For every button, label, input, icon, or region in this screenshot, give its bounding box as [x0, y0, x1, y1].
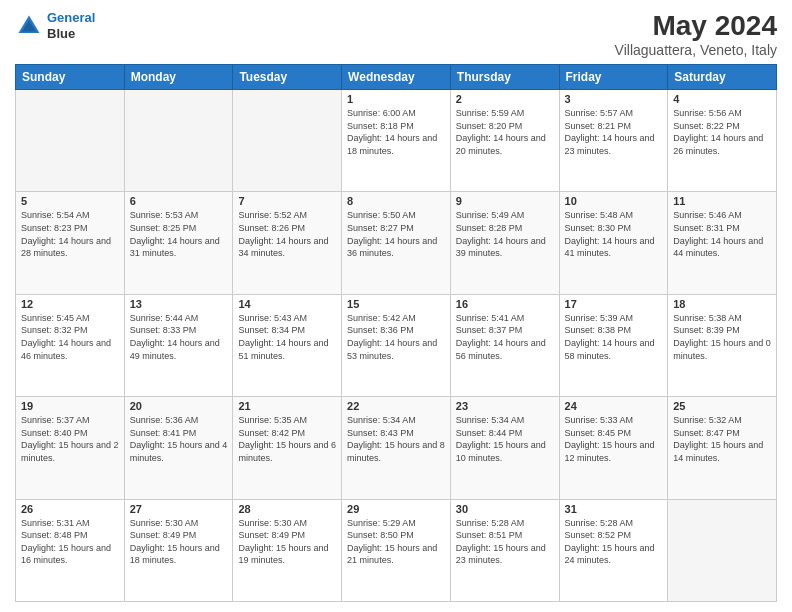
calendar-day-cell: 23 Sunrise: 5:34 AMSunset: 8:44 PMDaylig… — [450, 397, 559, 499]
title-area: May 2024 Villaguattera, Veneto, Italy — [615, 10, 777, 58]
calendar-day-cell: 29 Sunrise: 5:29 AMSunset: 8:50 PMDaylig… — [342, 499, 451, 601]
calendar-day-cell: 26 Sunrise: 5:31 AMSunset: 8:48 PMDaylig… — [16, 499, 125, 601]
day-info: Sunrise: 5:34 AMSunset: 8:44 PMDaylight:… — [456, 414, 554, 464]
day-number: 24 — [565, 400, 663, 412]
calendar-header-cell: Friday — [559, 65, 668, 90]
calendar-day-cell — [233, 90, 342, 192]
day-info: Sunrise: 5:52 AMSunset: 8:26 PMDaylight:… — [238, 209, 336, 259]
calendar-day-cell: 30 Sunrise: 5:28 AMSunset: 8:51 PMDaylig… — [450, 499, 559, 601]
day-info: Sunrise: 5:36 AMSunset: 8:41 PMDaylight:… — [130, 414, 228, 464]
calendar-day-cell — [668, 499, 777, 601]
calendar-day-cell: 12 Sunrise: 5:45 AMSunset: 8:32 PMDaylig… — [16, 294, 125, 396]
calendar-day-cell — [16, 90, 125, 192]
day-info: Sunrise: 5:32 AMSunset: 8:47 PMDaylight:… — [673, 414, 771, 464]
calendar-day-cell: 5 Sunrise: 5:54 AMSunset: 8:23 PMDayligh… — [16, 192, 125, 294]
calendar-day-cell: 18 Sunrise: 5:38 AMSunset: 8:39 PMDaylig… — [668, 294, 777, 396]
day-info: Sunrise: 5:56 AMSunset: 8:22 PMDaylight:… — [673, 107, 771, 157]
day-info: Sunrise: 5:48 AMSunset: 8:30 PMDaylight:… — [565, 209, 663, 259]
calendar-body: 1 Sunrise: 6:00 AMSunset: 8:18 PMDayligh… — [16, 90, 777, 602]
day-info: Sunrise: 5:49 AMSunset: 8:28 PMDaylight:… — [456, 209, 554, 259]
day-number: 20 — [130, 400, 228, 412]
calendar-day-cell — [124, 90, 233, 192]
calendar-day-cell: 31 Sunrise: 5:28 AMSunset: 8:52 PMDaylig… — [559, 499, 668, 601]
day-number: 7 — [238, 195, 336, 207]
main-title: May 2024 — [615, 10, 777, 42]
day-number: 14 — [238, 298, 336, 310]
calendar-day-cell: 4 Sunrise: 5:56 AMSunset: 8:22 PMDayligh… — [668, 90, 777, 192]
day-number: 22 — [347, 400, 445, 412]
day-info: Sunrise: 5:39 AMSunset: 8:38 PMDaylight:… — [565, 312, 663, 362]
calendar-day-cell: 20 Sunrise: 5:36 AMSunset: 8:41 PMDaylig… — [124, 397, 233, 499]
calendar-day-cell: 17 Sunrise: 5:39 AMSunset: 8:38 PMDaylig… — [559, 294, 668, 396]
calendar-day-cell: 7 Sunrise: 5:52 AMSunset: 8:26 PMDayligh… — [233, 192, 342, 294]
day-number: 27 — [130, 503, 228, 515]
calendar-day-cell: 15 Sunrise: 5:42 AMSunset: 8:36 PMDaylig… — [342, 294, 451, 396]
day-number: 6 — [130, 195, 228, 207]
calendar-day-cell: 8 Sunrise: 5:50 AMSunset: 8:27 PMDayligh… — [342, 192, 451, 294]
day-info: Sunrise: 5:45 AMSunset: 8:32 PMDaylight:… — [21, 312, 119, 362]
day-info: Sunrise: 5:28 AMSunset: 8:51 PMDaylight:… — [456, 517, 554, 567]
day-info: Sunrise: 5:53 AMSunset: 8:25 PMDaylight:… — [130, 209, 228, 259]
calendar-week-row: 5 Sunrise: 5:54 AMSunset: 8:23 PMDayligh… — [16, 192, 777, 294]
day-number: 21 — [238, 400, 336, 412]
day-number: 9 — [456, 195, 554, 207]
day-info: Sunrise: 5:33 AMSunset: 8:45 PMDaylight:… — [565, 414, 663, 464]
day-info: Sunrise: 5:30 AMSunset: 8:49 PMDaylight:… — [238, 517, 336, 567]
calendar-day-cell: 10 Sunrise: 5:48 AMSunset: 8:30 PMDaylig… — [559, 192, 668, 294]
calendar-day-cell: 2 Sunrise: 5:59 AMSunset: 8:20 PMDayligh… — [450, 90, 559, 192]
day-number: 12 — [21, 298, 119, 310]
day-number: 19 — [21, 400, 119, 412]
day-info: Sunrise: 5:46 AMSunset: 8:31 PMDaylight:… — [673, 209, 771, 259]
page: General Blue May 2024 Villaguattera, Ven… — [0, 0, 792, 612]
header: General Blue May 2024 Villaguattera, Ven… — [15, 10, 777, 58]
calendar-day-cell: 27 Sunrise: 5:30 AMSunset: 8:49 PMDaylig… — [124, 499, 233, 601]
day-info: Sunrise: 5:29 AMSunset: 8:50 PMDaylight:… — [347, 517, 445, 567]
calendar-day-cell: 24 Sunrise: 5:33 AMSunset: 8:45 PMDaylig… — [559, 397, 668, 499]
day-number: 15 — [347, 298, 445, 310]
calendar-day-cell: 28 Sunrise: 5:30 AMSunset: 8:49 PMDaylig… — [233, 499, 342, 601]
calendar-day-cell: 11 Sunrise: 5:46 AMSunset: 8:31 PMDaylig… — [668, 192, 777, 294]
calendar-header-cell: Thursday — [450, 65, 559, 90]
logo-icon — [15, 12, 43, 40]
day-number: 31 — [565, 503, 663, 515]
calendar-header-row: SundayMondayTuesdayWednesdayThursdayFrid… — [16, 65, 777, 90]
day-info: Sunrise: 5:41 AMSunset: 8:37 PMDaylight:… — [456, 312, 554, 362]
day-number: 11 — [673, 195, 771, 207]
calendar-week-row: 1 Sunrise: 6:00 AMSunset: 8:18 PMDayligh… — [16, 90, 777, 192]
calendar-day-cell: 25 Sunrise: 5:32 AMSunset: 8:47 PMDaylig… — [668, 397, 777, 499]
day-number: 5 — [21, 195, 119, 207]
day-info: Sunrise: 5:37 AMSunset: 8:40 PMDaylight:… — [21, 414, 119, 464]
calendar-day-cell: 21 Sunrise: 5:35 AMSunset: 8:42 PMDaylig… — [233, 397, 342, 499]
calendar-header-cell: Monday — [124, 65, 233, 90]
calendar-day-cell: 13 Sunrise: 5:44 AMSunset: 8:33 PMDaylig… — [124, 294, 233, 396]
day-number: 30 — [456, 503, 554, 515]
day-number: 28 — [238, 503, 336, 515]
calendar-table: SundayMondayTuesdayWednesdayThursdayFrid… — [15, 64, 777, 602]
day-number: 16 — [456, 298, 554, 310]
day-number: 1 — [347, 93, 445, 105]
day-info: Sunrise: 6:00 AMSunset: 8:18 PMDaylight:… — [347, 107, 445, 157]
day-number: 4 — [673, 93, 771, 105]
subtitle: Villaguattera, Veneto, Italy — [615, 42, 777, 58]
calendar-week-row: 12 Sunrise: 5:45 AMSunset: 8:32 PMDaylig… — [16, 294, 777, 396]
calendar-day-cell: 6 Sunrise: 5:53 AMSunset: 8:25 PMDayligh… — [124, 192, 233, 294]
day-number: 13 — [130, 298, 228, 310]
calendar-day-cell: 9 Sunrise: 5:49 AMSunset: 8:28 PMDayligh… — [450, 192, 559, 294]
day-info: Sunrise: 5:28 AMSunset: 8:52 PMDaylight:… — [565, 517, 663, 567]
day-info: Sunrise: 5:57 AMSunset: 8:21 PMDaylight:… — [565, 107, 663, 157]
logo-text: General Blue — [47, 10, 95, 41]
day-number: 2 — [456, 93, 554, 105]
day-number: 18 — [673, 298, 771, 310]
day-number: 10 — [565, 195, 663, 207]
day-info: Sunrise: 5:30 AMSunset: 8:49 PMDaylight:… — [130, 517, 228, 567]
calendar-day-cell: 22 Sunrise: 5:34 AMSunset: 8:43 PMDaylig… — [342, 397, 451, 499]
day-info: Sunrise: 5:59 AMSunset: 8:20 PMDaylight:… — [456, 107, 554, 157]
calendar-day-cell: 1 Sunrise: 6:00 AMSunset: 8:18 PMDayligh… — [342, 90, 451, 192]
logo: General Blue — [15, 10, 95, 41]
day-number: 25 — [673, 400, 771, 412]
day-number: 8 — [347, 195, 445, 207]
day-info: Sunrise: 5:34 AMSunset: 8:43 PMDaylight:… — [347, 414, 445, 464]
day-info: Sunrise: 5:42 AMSunset: 8:36 PMDaylight:… — [347, 312, 445, 362]
day-info: Sunrise: 5:35 AMSunset: 8:42 PMDaylight:… — [238, 414, 336, 464]
day-info: Sunrise: 5:54 AMSunset: 8:23 PMDaylight:… — [21, 209, 119, 259]
